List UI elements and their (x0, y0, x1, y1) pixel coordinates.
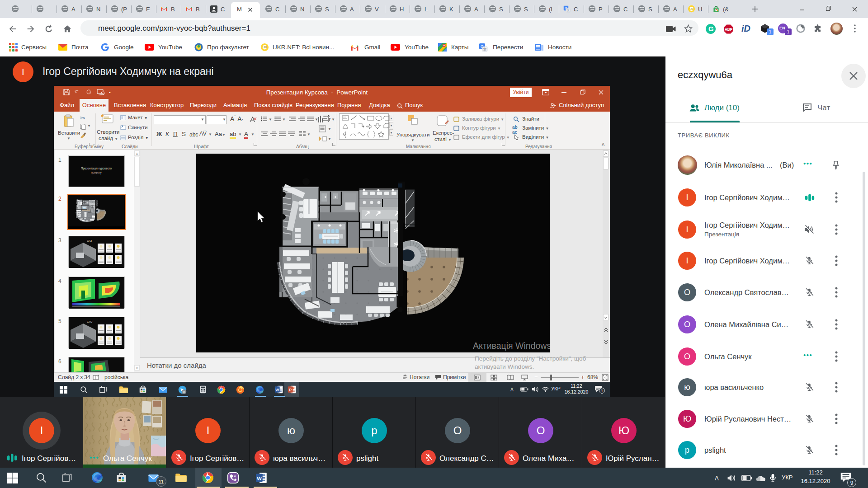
svg-text:文: 文 (483, 47, 487, 52)
svg-text:B: B (183, 390, 185, 394)
svg-text:UN: UN (689, 8, 693, 10)
svg-text:W: W (275, 388, 279, 392)
svg-text:W: W (257, 476, 262, 481)
svg-text:文: 文 (567, 9, 570, 12)
svg-text:проекту: проекту (91, 171, 102, 174)
svg-text:СГЗ: СГЗ (87, 239, 92, 242)
svg-text:ABP: ABP (725, 28, 733, 32)
svg-text:UN: UN (263, 46, 267, 49)
svg-text:СТО: СТО (87, 320, 93, 323)
svg-text:Презентація курсового: Презентація курсового (81, 167, 112, 170)
svg-text:Активація Windows: Активація Windows (473, 341, 550, 351)
svg-text:P: P (289, 388, 292, 392)
